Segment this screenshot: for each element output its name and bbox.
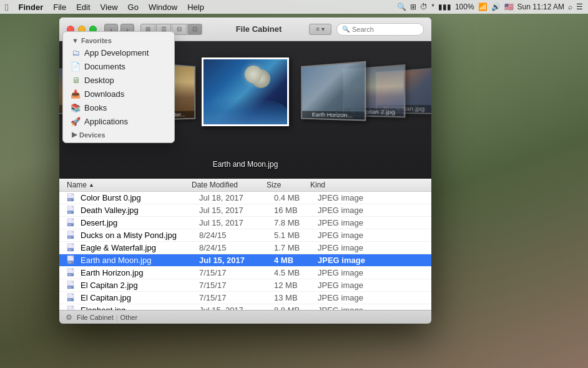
file-size: 5.1 MB: [274, 231, 318, 240]
file-size: 0.4 MB: [274, 193, 318, 202]
file-icon: JPEG img: [67, 193, 77, 203]
column-header-date[interactable]: Date Modified: [192, 181, 267, 189]
status-section: Other: [120, 314, 138, 321]
menubar-window[interactable]: Window: [144, 2, 182, 12]
menubar-view[interactable]: View: [96, 2, 123, 12]
file-name: Earth Horizon.jpg: [81, 268, 199, 277]
file-name: Eagle & Waterfall.jpg: [81, 243, 199, 252]
view-coverflow-button[interactable]: ⊡: [187, 24, 202, 35]
file-icon: JPEG img: [67, 218, 77, 228]
svg-rect-36: [67, 306, 74, 311]
file-icon: JPEG img: [67, 206, 77, 216]
table-row[interactable]: JPEG img Death Valley.jpgJul 15, 201716 …: [59, 204, 431, 217]
file-list[interactable]: JPEG img Color Burst 0.jpgJul 18, 20170.…: [59, 192, 431, 310]
table-row[interactable]: JPEG img Eagle & Waterfall.jpg8/24/151.7…: [59, 242, 431, 254]
svg-text:img: img: [68, 261, 71, 263]
column-header-name[interactable]: Name ▲: [67, 181, 192, 189]
menubar-finder[interactable]: Finder: [13, 2, 48, 12]
file-icon: JPEG img: [67, 293, 77, 303]
file-size: 4.5 MB: [274, 268, 318, 277]
menubar-edit[interactable]: Edit: [71, 2, 95, 12]
file-size: 12 MB: [274, 281, 318, 290]
file-date: 7/15/17: [199, 293, 274, 302]
coverflow-image-right[interactable]: Earth Horizon...: [301, 61, 366, 121]
file-size: 7.8 MB: [274, 218, 318, 227]
file-kind: JPEG image: [318, 306, 424, 310]
file-icon: JPEG img: [67, 268, 77, 278]
menubar-search2-icon[interactable]: ⌕: [568, 2, 572, 11]
favorites-triangle: ▼: [72, 37, 79, 44]
file-date: Jul 15, 2017: [199, 306, 274, 310]
column-header-size[interactable]: Size: [267, 181, 310, 189]
menubar-help[interactable]: Help: [182, 2, 209, 12]
devices-triangle: ▶: [72, 131, 77, 139]
file-name: Earth and Moon.jpg: [81, 256, 199, 265]
folder-icon: 🗂: [71, 47, 81, 57]
coverflow-label: Earth and Moon.jpg: [213, 160, 278, 169]
menubar-go[interactable]: Go: [123, 2, 144, 12]
menubar-right: 🔍 ⊞ ⏱ * ▮▮▮ 100% 📶 🔊 🇺🇸 Sun 11:12 AM ⌕ ☰: [397, 2, 583, 11]
sidebar-item-desktop[interactable]: 🖥 Desktop: [63, 73, 174, 87]
table-row[interactable]: JPEG img Earth and Moon.jpgJul 15, 20174…: [59, 254, 431, 267]
column-header-kind[interactable]: Kind: [310, 181, 424, 189]
menubar-control-icon: ⊞: [410, 2, 416, 11]
file-size: 8.8 MB: [274, 306, 318, 310]
table-row[interactable]: JPEG img Color Burst 0.jpgJul 18, 20170.…: [59, 192, 431, 204]
downloads-icon: 📥: [71, 89, 81, 99]
menubar-search-icon[interactable]: 🔍: [397, 2, 406, 11]
sidebar-item-app-development[interactable]: 🗂 App Development: [63, 46, 174, 59]
search-input[interactable]: [352, 26, 418, 33]
file-icon: JPEG img: [67, 231, 77, 241]
table-row[interactable]: JPEG img Ducks on a Misty Pond.jpg8/24/1…: [59, 229, 431, 242]
search-box[interactable]: 🔍: [336, 23, 424, 36]
svg-text:img: img: [68, 298, 71, 301]
menubar-time-icon: ⏱: [420, 2, 428, 11]
file-kind: JPEG image: [318, 218, 424, 227]
file-kind: JPEG image: [318, 281, 424, 290]
sidebar-item-downloads[interactable]: 📥 Downloads: [63, 87, 174, 101]
menubar-file[interactable]: File: [48, 2, 71, 12]
svg-text:img: img: [68, 198, 71, 201]
table-row[interactable]: JPEG img Earth Horizon.jpg7/15/174.5 MBJ…: [59, 267, 431, 279]
file-kind: JPEG image: [318, 193, 424, 202]
coverflow-active-image[interactable]: [202, 57, 289, 126]
documents-icon: 📄: [71, 61, 81, 71]
menubar-battery-icon: ▮▮▮: [438, 2, 451, 11]
menubar:  Finder File Edit View Go Window Help 🔍…: [0, 0, 588, 14]
file-name: Ducks on a Misty Pond.jpg: [81, 231, 199, 240]
file-date: 7/15/17: [199, 268, 274, 277]
file-date: Jul 15, 2017: [199, 206, 274, 215]
file-kind: JPEG image: [318, 256, 424, 265]
svg-text:img: img: [68, 223, 71, 226]
sidebar-item-applications[interactable]: 🚀 Applications: [63, 114, 174, 128]
window-title: File Cabinet: [208, 24, 309, 34]
status-location: File Cabinet: [77, 314, 114, 321]
applications-icon: 🚀: [71, 116, 81, 126]
svg-text:img: img: [68, 273, 71, 276]
sidebar-item-books[interactable]: 📚 Books: [63, 101, 174, 114]
file-date: 8/24/15: [199, 243, 274, 252]
sort-arrow-icon: ▲: [89, 182, 94, 188]
menubar-wifi-icon: 📶: [478, 2, 488, 11]
file-name: El Capitan 2.jpg: [81, 281, 199, 290]
table-row[interactable]: JPEG img Desert.jpgJul 15, 20177.8 MBJPE…: [59, 217, 431, 229]
gear-icon[interactable]: ⚙: [66, 313, 74, 322]
sidebar-item-documents[interactable]: 📄 Documents: [63, 59, 174, 73]
sort-icon: ≡ ▾: [316, 26, 325, 32]
file-name: Death Valley.jpg: [81, 206, 199, 215]
svg-text:img: img: [68, 286, 71, 288]
menubar-battery-pct: 100%: [455, 2, 474, 11]
status-bar: ⚙ File Cabinet | Other: [59, 310, 431, 324]
table-row[interactable]: JPEG img El Capitan 2.jpg7/15/1712 MBJPE…: [59, 279, 431, 292]
books-icon: 📚: [71, 102, 81, 112]
sort-button[interactable]: ≡ ▾: [309, 24, 331, 35]
table-row[interactable]: JPEG img Elephant.jpgJul 15, 20178.8 MBJ…: [59, 304, 431, 310]
file-kind: JPEG image: [318, 231, 424, 240]
file-name: Color Burst 0.jpg: [81, 193, 199, 202]
devices-header: ▶ Devices: [63, 128, 174, 140]
sidebar-dropdown: ▼ Favorites 🗂 App Development 📄 Document…: [62, 31, 175, 143]
apple-menu[interactable]: : [5, 2, 8, 12]
table-row[interactable]: JPEG img El Capitan.jpg7/15/1713 MBJPEG …: [59, 292, 431, 304]
menubar-bt-icon: *: [431, 2, 434, 11]
menubar-volume-icon: 🔊: [491, 2, 501, 11]
